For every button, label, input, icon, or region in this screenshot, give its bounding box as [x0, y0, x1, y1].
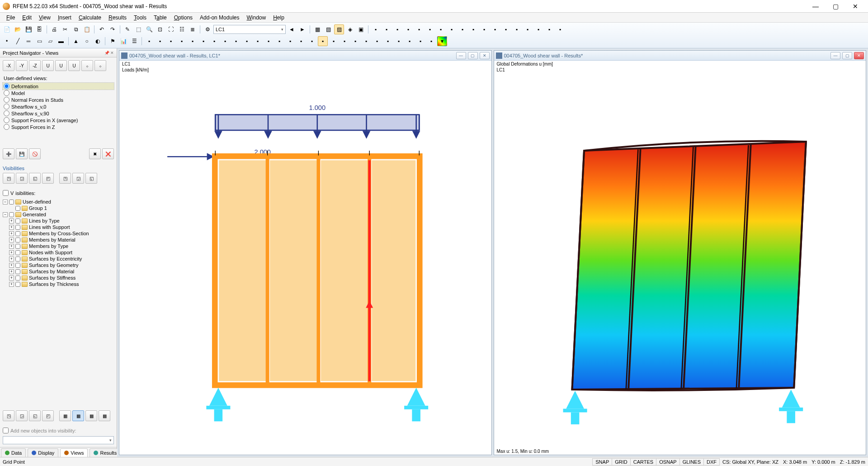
vis-btn-7[interactable]: ◱ [85, 173, 97, 184]
misc-icon-15[interactable]: ▪ [523, 24, 533, 34]
status-toggle-dxf[interactable]: DXF [703, 458, 720, 466]
view-shearflow-0[interactable]: Shearflow s_v,0 [3, 103, 114, 110]
select-icon[interactable]: ⬚ [133, 24, 143, 34]
tree-item[interactable]: +Nodes with Support [3, 249, 114, 256]
viewport-right-close[interactable]: ✕ [854, 52, 864, 59]
print-icon[interactable]: 🖨 [49, 24, 59, 34]
row2-icon-t[interactable]: ▪ [361, 36, 371, 46]
misc-icon-2[interactable]: ▪ [382, 24, 392, 34]
opening-icon[interactable]: ▱ [45, 36, 55, 46]
row2-icon-s[interactable]: ▪ [350, 36, 360, 46]
release-icon[interactable]: ◐ [93, 36, 103, 46]
misc-icon-3[interactable]: ▪ [392, 24, 402, 34]
vis-action-2[interactable]: ◲ [16, 410, 28, 421]
view-support-z[interactable]: Support Forces in Z [3, 124, 114, 130]
save-view-button[interactable]: 💾 [16, 148, 28, 159]
misc-icon-8[interactable]: ▪ [447, 24, 457, 34]
color-picker-icon[interactable]: ▾ [437, 36, 447, 46]
flag-icon[interactable]: ⚑ [108, 36, 118, 46]
iso-icon[interactable]: ◈ [345, 24, 355, 34]
tree-user-defined[interactable]: − User-defined [3, 199, 114, 205]
row2-icon-d[interactable]: ▪ [177, 36, 187, 46]
view-iso2-button[interactable]: ⬦ [94, 60, 106, 71]
add-visibility-checkbox[interactable] [3, 428, 9, 433]
cut-icon[interactable]: ✂ [60, 24, 70, 34]
row2-icon-m[interactable]: ▪ [274, 36, 284, 46]
render-wire-icon[interactable]: ▧ [323, 24, 333, 34]
vis-action-5[interactable]: ▦ [59, 410, 71, 421]
menu-table[interactable]: Table [150, 14, 170, 22]
close-button[interactable]: ✕ [845, 0, 865, 13]
menu-insert[interactable]: Insert [54, 14, 75, 22]
menu-results[interactable]: Results [105, 14, 130, 22]
perspective-icon[interactable]: ▣ [356, 24, 366, 34]
tree-item[interactable]: +Lines with Support [3, 224, 114, 230]
viewport-right-maximize[interactable]: ▢ [842, 52, 852, 59]
pin-icon[interactable]: 📌 [104, 51, 109, 55]
row2-icon-c[interactable]: ▪ [166, 36, 176, 46]
zoom-fit-icon[interactable]: ⛶ [166, 24, 176, 34]
row2-icon-h[interactable]: ▪ [220, 36, 230, 46]
paste-icon[interactable]: 📋 [82, 24, 92, 34]
tab-data[interactable]: Data [1, 448, 26, 457]
row2-icon-p[interactable]: ▪ [307, 36, 317, 46]
row2-icon-o[interactable]: ▪ [296, 36, 306, 46]
menu-calculate[interactable]: Calculate [75, 14, 105, 22]
view-model[interactable]: Model [3, 90, 114, 96]
remove-view-button[interactable]: ✖ [89, 148, 101, 159]
edit-icon[interactable]: ✎ [123, 24, 132, 34]
menu-addons[interactable]: Add-on Modules [196, 14, 243, 22]
viewport-left-close[interactable]: ✕ [480, 52, 490, 59]
redo-icon[interactable]: ↷ [108, 24, 118, 34]
layers-icon[interactable]: ≣ [188, 24, 198, 34]
save-icon[interactable]: 💾 [24, 24, 33, 34]
menu-tools[interactable]: Tools [130, 14, 150, 22]
copy-icon[interactable]: ⧉ [71, 24, 81, 34]
view-u3-button[interactable]: U [68, 60, 80, 71]
new-file-icon[interactable]: 📄 [2, 24, 12, 34]
menu-window[interactable]: Window [243, 14, 269, 22]
tables-icon[interactable]: ☰ [129, 36, 139, 46]
tab-results[interactable]: Results [90, 448, 121, 457]
undo-icon[interactable]: ↶ [97, 24, 107, 34]
misc-icon-10[interactable]: ▪ [468, 24, 478, 34]
view-u1-button[interactable]: U [42, 60, 54, 71]
view-x-button[interactable]: -X [3, 60, 14, 71]
view-u2-button[interactable]: U [55, 60, 67, 71]
status-toggle-osnap[interactable]: OSNAP [656, 458, 680, 466]
misc-icon-11[interactable]: ▪ [479, 24, 489, 34]
row2-icon-v[interactable]: ▪ [383, 36, 393, 46]
viewport-left-minimize[interactable]: — [456, 52, 466, 59]
vis-btn-1[interactable]: ◳ [3, 173, 14, 184]
vis-action-3[interactable]: ◱ [29, 410, 41, 421]
menu-view[interactable]: View [35, 14, 54, 22]
render-solid-icon[interactable]: ▦ [312, 24, 322, 34]
viewport-left-canvas[interactable]: LC1 Loads [kN/m] 1.0 [119, 61, 491, 455]
tree-item[interactable]: +Members by Cross-Section [3, 230, 114, 237]
views-icon[interactable]: ☷ [177, 24, 187, 34]
row2-icon-x[interactable]: ▪ [405, 36, 415, 46]
tree-item[interactable]: +Lines by Type [3, 218, 114, 224]
vis-btn-6[interactable]: ◲ [72, 173, 84, 184]
node-icon[interactable]: • [2, 36, 12, 46]
delete-view-button[interactable]: 🚫 [29, 148, 41, 159]
row2-icon-z[interactable]: ▪ [426, 36, 436, 46]
zoom-in-icon[interactable]: 🔍 [144, 24, 154, 34]
tree-item[interactable]: +Surfaces by Eccentricity [3, 256, 114, 262]
misc-icon-13[interactable]: ▪ [501, 24, 511, 34]
add-view-button[interactable]: ➕ [3, 148, 14, 159]
tree-item[interactable]: +Members by Type [3, 243, 114, 249]
load-case-combo[interactable]: LC1 [213, 25, 286, 34]
tab-display[interactable]: Display [28, 448, 58, 457]
minimize-button[interactable]: — [806, 0, 826, 13]
view-normal-forces[interactable]: Normal Forces in Studs [3, 96, 114, 103]
misc-icon-5[interactable]: ▪ [414, 24, 424, 34]
vis-btn-5[interactable]: ◳ [59, 173, 71, 184]
menu-help[interactable]: Help [269, 14, 288, 22]
tree-group1[interactable]: Group 1 [3, 205, 114, 211]
row2-icon-e[interactable]: ▪ [188, 36, 198, 46]
misc-icon-4[interactable]: ▪ [403, 24, 413, 34]
line-icon[interactable]: ╱ [13, 36, 23, 46]
misc-icon[interactable]: ▪ [371, 24, 381, 34]
next-lc-icon[interactable]: ► [297, 24, 307, 34]
